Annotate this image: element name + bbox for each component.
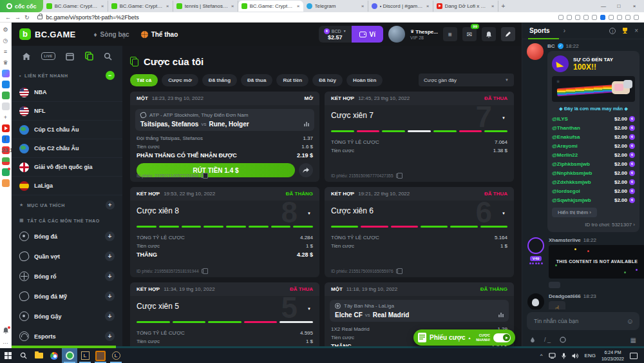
back-button[interactable]: ← bbox=[5, 14, 11, 21]
messenger-icon[interactable] bbox=[2, 70, 10, 77]
browser-tab[interactable]: Telegram × bbox=[303, 1, 368, 12]
winner-name[interactable]: @lordsegoi bbox=[552, 188, 580, 194]
minimize-button[interactable]: — bbox=[596, 3, 611, 9]
collapse-quick-links-button[interactable]: − bbox=[106, 71, 115, 80]
stats-icon[interactable] bbox=[498, 313, 504, 317]
sender-name[interactable]: Deadgoat666 bbox=[549, 293, 581, 299]
download-arrow-icon[interactable] bbox=[634, 15, 639, 20]
browser-tab[interactable]: tennis | Stefanos Tsitsipa × bbox=[173, 1, 238, 12]
add-favorite-button[interactable]: + bbox=[106, 201, 115, 210]
extension-icon[interactable] bbox=[567, 15, 572, 20]
winner-name[interactable]: @ILYS bbox=[552, 116, 568, 122]
nav-sports[interactable]: Thể thao bbox=[141, 31, 178, 38]
download-extension-icon[interactable] bbox=[600, 15, 605, 20]
user-avatar[interactable] bbox=[527, 237, 544, 254]
extension-icon[interactable] bbox=[617, 15, 622, 20]
language-indicator[interactable]: ENG bbox=[585, 353, 596, 358]
inbox-button[interactable]: ✉ 99 bbox=[462, 27, 477, 41]
sidebar-item-laliga[interactable]: LaLiga bbox=[12, 177, 122, 195]
chat-rules-icon[interactable]: / _ bbox=[544, 337, 551, 343]
sidebar-item-esports[interactable]: Esports+ bbox=[12, 326, 122, 346]
close-chat-icon[interactable]: × bbox=[634, 27, 638, 34]
expand-caret-icon[interactable]: ▼ bbox=[502, 116, 506, 120]
sidebar-item-europa-league[interactable]: Cúp C2 châu Âu bbox=[12, 139, 122, 158]
tab-close-icon[interactable]: × bbox=[426, 3, 430, 9]
browser-tab[interactable]: • Discord | #games | × bbox=[368, 1, 433, 12]
site-security-icon[interactable] bbox=[37, 15, 43, 19]
filter-refund[interactable]: Hoàn tiền bbox=[346, 74, 383, 86]
profile-icon[interactable] bbox=[625, 15, 630, 20]
active-app-icon[interactable] bbox=[93, 348, 108, 363]
filter-cashout[interactable]: Rút tiền bbox=[276, 74, 308, 86]
copy-icon[interactable] bbox=[202, 269, 205, 273]
expand-icon[interactable]: + bbox=[105, 231, 115, 241]
notifications-button[interactable] bbox=[482, 27, 496, 41]
gift-icon[interactable] bbox=[2, 157, 10, 165]
browser-tab-active[interactable]: BC.Game: Crypto Casino × bbox=[238, 1, 303, 12]
home-icon[interactable] bbox=[22, 52, 31, 61]
sidebar-item-nba[interactable]: NBA bbox=[12, 83, 122, 102]
expand-icon[interactable]: + bbox=[105, 251, 115, 261]
bell-icon[interactable] bbox=[2, 327, 10, 335]
browser-tab[interactable]: Dang Dở Lofi x Thói tình × bbox=[433, 1, 498, 12]
filter-open[interactable]: Cược mở bbox=[162, 74, 198, 86]
balance-selector[interactable]: ¢ BCD ▼ $2.57 bbox=[319, 26, 352, 43]
chrome-icon[interactable] bbox=[46, 348, 62, 363]
browser-tab[interactable]: BC.Game: Crypto Casino × bbox=[108, 1, 173, 12]
filter-lost[interactable]: Đã thua bbox=[241, 74, 272, 86]
taskbar-search-button[interactable] bbox=[15, 348, 31, 363]
expand-icon[interactable]: + bbox=[105, 271, 115, 281]
sender-name[interactable]: BC bbox=[547, 43, 555, 49]
tray-expand-icon[interactable]: ^ bbox=[540, 353, 543, 358]
sidebar-item-tennis[interactable]: Quần vợt+ bbox=[12, 246, 122, 266]
zalo-icon[interactable] bbox=[2, 81, 10, 88]
copy-icon[interactable] bbox=[396, 269, 400, 273]
maximize-button[interactable]: □ bbox=[612, 3, 626, 9]
settings-gear-icon[interactable]: ⚙ bbox=[2, 26, 10, 34]
filter-all[interactable]: Tất cả bbox=[130, 74, 158, 86]
trophy-icon[interactable] bbox=[621, 27, 629, 34]
reaction-stub[interactable] bbox=[549, 282, 560, 288]
add-shortcut-icon[interactable]: + bbox=[2, 113, 10, 121]
show-more-button[interactable]: Hiển thị thêm › bbox=[552, 208, 597, 217]
wallet-button[interactable]: Ví bbox=[352, 26, 383, 43]
chevron-right-icon[interactable]: › bbox=[564, 27, 565, 34]
user-avatar[interactable] bbox=[388, 26, 405, 43]
filter-cancelled[interactable]: Đã hủy bbox=[312, 74, 343, 86]
stats-icon[interactable] bbox=[304, 122, 309, 126]
close-window-button[interactable]: × bbox=[627, 3, 641, 9]
match-box[interactable]: ATP - ATP Stockholm, Thụy Điển Đơn Nam T… bbox=[135, 109, 314, 131]
speaker-icon[interactable] bbox=[572, 353, 579, 359]
extension-icon[interactable] bbox=[592, 15, 597, 20]
action-center-icon[interactable] bbox=[630, 353, 638, 359]
bc-avatar[interactable] bbox=[527, 43, 544, 60]
sender-name[interactable]: Xhamsterlive bbox=[549, 237, 581, 243]
chat-app-icon[interactable] bbox=[2, 168, 10, 176]
share-button[interactable] bbox=[299, 163, 313, 177]
chat-tab-sports[interactable]: Sports bbox=[528, 23, 559, 39]
extension-icon[interactable] bbox=[575, 15, 580, 20]
game-id-link[interactable]: ID trò chơi: 5321307 › bbox=[552, 222, 635, 228]
winner-name[interactable]: @Merlin22 bbox=[552, 152, 578, 158]
forward-button[interactable]: → bbox=[15, 14, 21, 21]
crown-icon[interactable]: ♛ bbox=[2, 59, 10, 66]
sidebar-item-cricket[interactable]: Bóng Gậy+ bbox=[12, 306, 122, 326]
my-bets-icon[interactable] bbox=[85, 52, 93, 61]
winner-name[interactable]: @Ziphkbsmjwb bbox=[552, 161, 590, 167]
coccoc-brand-button[interactable]: cốc cốc bbox=[0, 0, 43, 12]
youtube-icon[interactable] bbox=[2, 124, 10, 132]
rain-icon[interactable] bbox=[530, 337, 535, 343]
user-info[interactable]: ♛ Thespe... VIP 28 bbox=[410, 29, 438, 40]
expand-caret-icon[interactable]: ▼ bbox=[307, 211, 311, 215]
info-icon[interactable]: i bbox=[609, 28, 616, 34]
copy-icon[interactable] bbox=[396, 173, 400, 178]
coccoc-taskbar-icon[interactable] bbox=[62, 348, 77, 363]
chat-message-input[interactable] bbox=[533, 317, 623, 325]
sale-event-icon[interactable]: 23.10 bbox=[2, 146, 10, 154]
winner-name[interactable]: @Thanthan bbox=[552, 125, 580, 131]
keyboard-icon[interactable]: ▦ bbox=[630, 337, 636, 344]
new-tab-button[interactable]: + bbox=[498, 3, 509, 10]
bookmark-star-icon[interactable] bbox=[583, 15, 589, 20]
start-button[interactable] bbox=[0, 348, 15, 363]
copy-icon[interactable] bbox=[201, 173, 205, 178]
